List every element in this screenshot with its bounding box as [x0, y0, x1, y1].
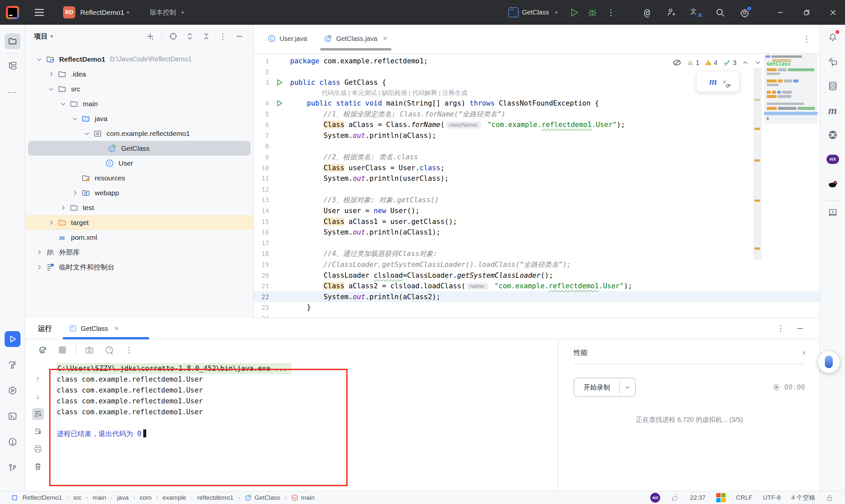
warning-stripe-mark[interactable] — [755, 200, 760, 202]
prev-problem-icon[interactable] — [742, 59, 749, 66]
run-line-icon[interactable] — [269, 79, 290, 86]
tab-getclass-java[interactable]: C GetClass.java ✕ — [316, 25, 396, 52]
chevron-right-icon[interactable] — [58, 204, 68, 211]
chevron-down-icon[interactable] — [46, 86, 56, 92]
chevron-down-icon[interactable] — [34, 56, 45, 63]
documentation-toolwindow-button[interactable]: A — [825, 205, 841, 221]
code-line-11[interactable]: 11 System.out.println(userClass); — [254, 173, 820, 184]
tree-item-getclass[interactable]: CGetClass — [28, 141, 250, 156]
readonly-lock-icon[interactable] — [826, 494, 834, 502]
code-line-6[interactable]: 6 Class aClass = Class.forName(className… — [254, 120, 820, 130]
problems-toolwindow-button[interactable] — [5, 434, 20, 450]
profiler-button[interactable] — [103, 343, 116, 357]
ai-assistant-icon[interactable]: @ — [640, 5, 654, 20]
tree-item-resources[interactable]: resources — [25, 170, 253, 185]
warning-stripe-mark[interactable] — [755, 98, 760, 101]
code-line-4[interactable]: 4 public static void main(String[] args)… — [254, 98, 820, 109]
floating-assistant-widget[interactable] — [817, 350, 840, 373]
panel-options-icon[interactable]: ⋮ — [216, 30, 229, 43]
project-name[interactable]: ReflectDemo1 — [80, 8, 124, 17]
code-line-18[interactable]: 18 //4、通过类加载器获得Class对象: — [254, 248, 820, 259]
more-toolwindows-button[interactable]: … — [5, 82, 20, 98]
tree-item-user[interactable]: CUser — [25, 156, 253, 170]
tree-item-test[interactable]: test — [25, 200, 253, 215]
code-line-7[interactable]: 7 System.out.println(aClass); — [254, 130, 820, 141]
code-line-14[interactable]: 14 User user = new User(); — [254, 205, 820, 216]
tree-item--[interactable]: 外部库 — [25, 245, 253, 259]
code-line-24[interactable]: 24 — [254, 313, 820, 318]
code-line-15[interactable]: 15 Class aClass1 = user.getClass(); — [254, 216, 820, 227]
code-line-17[interactable]: 17 — [254, 238, 820, 249]
tree-item-pom-xml[interactable]: mpom.xml — [25, 230, 253, 245]
build-toolwindow-button[interactable] — [5, 357, 20, 373]
chevron-down-icon[interactable] — [82, 130, 92, 137]
warning-stripe-mark[interactable] — [755, 247, 760, 250]
next-problem-icon[interactable] — [754, 59, 761, 66]
weak-warnings-count[interactable]: 1 — [687, 59, 700, 67]
tree-item-src[interactable]: src — [25, 82, 253, 96]
database-toolwindow-button[interactable] — [825, 78, 841, 94]
crumb-src[interactable]: src — [73, 494, 82, 501]
git-toolwindow-button[interactable] — [5, 460, 20, 475]
chevron-down-icon[interactable] — [58, 101, 68, 107]
tree-item--[interactable]: 临时文件和控制台 — [25, 259, 253, 274]
crumb-main-method[interactable]: m main — [291, 494, 315, 501]
warnings-count[interactable]: 4 — [705, 59, 718, 67]
chevron-right-icon[interactable] — [46, 219, 56, 226]
project-panel-title[interactable]: 项目 — [34, 32, 48, 41]
window-minimize-button[interactable] — [772, 4, 789, 21]
chevron-right-icon[interactable]: › — [803, 348, 805, 357]
warning-stripe-mark[interactable] — [755, 128, 760, 130]
main-menu-button[interactable] — [35, 9, 44, 16]
settings-gear-icon[interactable] — [737, 5, 752, 20]
console-options-icon[interactable]: ⋮ — [122, 343, 136, 357]
code-line-5[interactable]: 5 //1、根据全限定类名: Class.forName(“全路径类名”) — [254, 109, 820, 120]
expand-all-icon[interactable] — [183, 30, 196, 43]
collapse-all-icon[interactable] — [200, 30, 213, 43]
hide-run-panel-icon[interactable] — [796, 324, 805, 333]
snapshot-button[interactable] — [83, 343, 96, 357]
tree-item-target[interactable]: target — [25, 215, 253, 230]
maven-reload-popup[interactable]: m⟳ ✕ — [696, 71, 740, 92]
tree-item-main[interactable]: main — [25, 96, 253, 111]
passed-inspections-count[interactable]: 3 — [723, 59, 736, 67]
run-panel-title[interactable]: 运行 — [38, 324, 52, 333]
tree-item-webapp[interactable]: webapp — [25, 185, 253, 200]
tree-item-com-example-reflectdemo1[interactable]: com.example.reflectdemo1 — [25, 126, 253, 141]
print-icon[interactable] — [32, 443, 44, 455]
code-line-10[interactable]: 10 Class userClass = User.class; — [254, 162, 820, 173]
code-line-21[interactable]: 21 Class aClass2 = clsload.loadClass(nam… — [254, 281, 820, 292]
microsoft-logo-icon[interactable] — [716, 493, 725, 502]
chevron-down-icon[interactable] — [70, 115, 80, 122]
run-tab-getclass[interactable]: GetClass ✕ — [69, 318, 119, 339]
scroll-to-end-icon[interactable] — [32, 426, 44, 437]
window-close-button[interactable] — [825, 4, 842, 21]
chevron-right-icon[interactable] — [34, 264, 45, 270]
crumb-project[interactable]: ReflectDemo1 — [22, 494, 62, 501]
code-editor[interactable]: 1package com.example.reflectdemo1;23publ… — [254, 54, 820, 318]
chevron-right-icon[interactable] — [70, 190, 80, 196]
up-stack-trace-icon[interactable]: ↑ — [32, 373, 44, 385]
highlighting-level-icon[interactable] — [673, 58, 681, 67]
editor-scrollbar[interactable] — [754, 68, 761, 259]
plugin-x-toolwindow-button[interactable] — [825, 127, 841, 143]
run-button[interactable] — [567, 5, 581, 20]
start-recording-button[interactable]: 开始录制 — [574, 378, 636, 397]
down-stack-trace-icon[interactable]: ↓ — [32, 391, 44, 402]
code-line-23[interactable]: 23 } — [254, 302, 820, 313]
window-restore-button[interactable] — [798, 4, 815, 21]
aix-plugin-button[interactable]: AIX — [825, 151, 841, 167]
close-tab-icon[interactable]: ✕ — [383, 35, 388, 42]
ai-assistant-toolwindow-button[interactable] — [825, 54, 841, 70]
more-actions-button[interactable]: ⋮ — [604, 5, 618, 20]
code-line-13[interactable]: 13 //3、根据对象: 对象.getClass() — [254, 195, 820, 205]
crumb-getclass[interactable]: C GetClass — [245, 494, 280, 501]
code-line-22[interactable]: 22 System.out.println(aClass2); — [254, 291, 820, 302]
tree-item--idea[interactable]: .idea — [25, 67, 253, 82]
crumb-java[interactable]: java — [117, 494, 129, 501]
aix-status-icon[interactable]: AIX — [650, 493, 660, 503]
clear-console-icon[interactable] — [32, 461, 44, 472]
terminal-toolwindow-button[interactable] — [5, 408, 20, 424]
locate-file-icon[interactable] — [167, 30, 180, 43]
ai-inlay-hints-label[interactable]: 代码生成 | 单元测试 | 缺陷检测 | 代码解释 | 注释生成 — [321, 89, 468, 97]
